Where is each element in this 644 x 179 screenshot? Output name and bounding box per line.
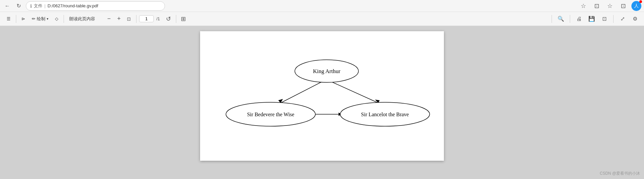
split-view-icon[interactable]: ⊡ <box>592 1 602 11</box>
title-bar: ← ↻ ℹ 文件 | D:/0627/round-table.gv.pdf ☆ … <box>0 0 644 12</box>
back-button[interactable]: ← <box>3 1 12 11</box>
draw-label: 绘制 <box>37 16 45 22</box>
zoom-in-button[interactable]: + <box>114 14 124 24</box>
star-icon[interactable]: ☆ <box>578 1 588 11</box>
zoom-controls: − + ⊡ <box>104 14 134 24</box>
title-bar-icons: ☆ ⊡ ☆ ⊡ 人 <box>578 1 641 11</box>
nav-buttons: ← ↻ <box>3 1 23 11</box>
toolbar: ☰ ⊳ ✏ 绘制 ▾ ◇ 朗读此页内容 − + ⊡ /1 ↺ ⊞ 🔍 🖨 💾 ⊡… <box>0 12 644 26</box>
expand-button[interactable]: ⊞ <box>179 14 188 24</box>
page-input-group <box>139 15 154 22</box>
share-button[interactable]: ⊡ <box>599 14 609 24</box>
refresh-button[interactable]: ↻ <box>14 1 23 11</box>
toolbar-sep-7 <box>613 15 614 23</box>
toolbar-sep-6 <box>570 15 570 23</box>
collections-icon[interactable]: ☆ <box>605 1 615 11</box>
pdf-page: King Arthur Sir Bedevere the Wise Sir La… <box>200 31 444 161</box>
label-bedevere: Sir Bedevere the Wise <box>247 112 295 117</box>
toolbar-sep-5 <box>552 15 552 23</box>
draw-button[interactable]: ✏ 绘制 ▾ <box>29 14 51 24</box>
search-button[interactable]: 🔍 <box>556 14 566 24</box>
file-label: 文件 <box>34 3 42 9</box>
settings-button[interactable]: ⚙ <box>630 14 640 24</box>
toolbar-sep-1 <box>16 15 16 23</box>
rotate-button[interactable]: ↺ <box>164 14 173 24</box>
fullscreen-button[interactable]: ⤢ <box>617 14 627 24</box>
toolbar-sep-3 <box>136 15 136 23</box>
zoom-out-button[interactable]: − <box>104 14 114 24</box>
main-area: King Arthur Sir Bedevere the Wise Sir La… <box>0 26 644 179</box>
read-aloud-button[interactable]: 朗读此页内容 <box>67 14 98 24</box>
toolbar-right: 🔍 🖨 💾 ⊡ ⤢ ⚙ <box>550 14 640 24</box>
avatar-letter: 人 <box>634 3 639 9</box>
page-total-label: /1 <box>156 16 160 21</box>
toolbar-sep-2 <box>64 15 64 23</box>
edge-arthur-bedevere <box>281 82 322 103</box>
avatar-badge <box>639 0 642 3</box>
address-text: D:/0627/round-table.gv.pdf <box>47 3 98 8</box>
label-king-arthur: King Arthur <box>313 68 341 74</box>
graph-svg: King Arthur Sir Bedevere the Wise Sir La… <box>209 41 435 151</box>
sidebar-toggle-button[interactable]: ☰ <box>4 14 13 24</box>
fit-page-button[interactable]: ⊡ <box>124 14 134 24</box>
page-number-input[interactable] <box>141 16 151 21</box>
avatar[interactable]: 人 <box>631 1 641 11</box>
annotate-icon: ⊳ <box>22 16 25 21</box>
save-button[interactable]: 💾 <box>587 14 597 24</box>
watermark: CSDN @爱看书的小沐 <box>600 171 640 176</box>
draw-chevron-icon: ▾ <box>47 17 48 21</box>
print-button[interactable]: 🖨 <box>574 14 584 24</box>
address-bar[interactable]: ℹ 文件 | D:/0627/round-table.gv.pdf <box>26 1 165 11</box>
draw-icon: ✏ <box>32 16 35 21</box>
annotate-button[interactable]: ⊳ <box>19 14 28 24</box>
address-separator: | <box>44 3 45 8</box>
edge-arthur-lancelot <box>331 82 378 103</box>
toolbar-sep-4 <box>176 15 176 23</box>
eraser-icon: ◇ <box>55 16 58 21</box>
download-icon[interactable]: ⊡ <box>618 1 628 11</box>
eraser-button[interactable]: ◇ <box>52 14 61 24</box>
sidebar-icon: ☰ <box>7 16 11 21</box>
read-aloud-label: 朗读此页内容 <box>69 16 95 22</box>
graph-container: King Arthur Sir Bedevere the Wise Sir La… <box>200 31 444 161</box>
label-lancelot: Sir Lancelot the Brave <box>361 112 409 117</box>
info-icon: ℹ <box>30 3 32 9</box>
